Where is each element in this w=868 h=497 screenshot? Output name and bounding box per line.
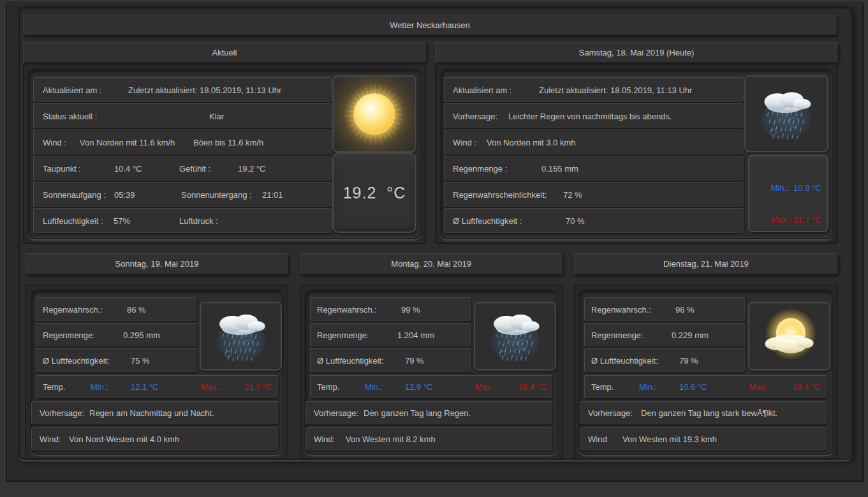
field-value: 99 % xyxy=(401,304,420,314)
panel-header-label: Sonntag, 19. Mai 2019 xyxy=(115,259,199,269)
field-value: 1.204 mm xyxy=(397,330,434,339)
today-weather-iconbox xyxy=(744,75,828,152)
rain-icon xyxy=(751,82,822,146)
field-wind: Wind : Von Norden mit 3.0 kmh xyxy=(444,130,744,154)
field-forecast: Vorhersage: Den ganzen Tag lang Regen. xyxy=(305,401,552,424)
max-label: Max.: xyxy=(475,382,496,392)
field-value: 86 % xyxy=(127,304,146,314)
field-label: Temp. xyxy=(317,382,339,392)
field-value: 10.4 °C xyxy=(114,163,142,173)
field-label: Luftfeuchtigkeit : xyxy=(43,216,103,225)
max-value: 16.4 °C xyxy=(793,382,821,392)
field-wind: Wind: Von Westen mit 8.2 kmh xyxy=(305,427,552,450)
field-value: Von Westen mit 8.2 kmh xyxy=(346,434,436,444)
field-value: Zuletzt aktualisiert: 18.05.2019, 11:13 … xyxy=(128,85,281,94)
field-humidity: Ø Luftfeuchtigkeit: 79 % xyxy=(584,348,745,372)
field-label: Vorhersage: xyxy=(588,408,633,418)
field-label: Regenmenge: xyxy=(43,330,95,339)
field-value: 79 % xyxy=(679,355,698,365)
weather-dashboard: Wetter Neckarhausen Aktuell Aktualisiert… xyxy=(0,0,868,497)
field-value: 0.295 mm xyxy=(123,330,160,339)
field-value: 75 % xyxy=(131,355,150,365)
field-label: Vorhersage: xyxy=(314,408,358,418)
panel-header-dienstag: Dienstag, 21. Mai 2019 xyxy=(574,253,838,274)
field-label: Wind: xyxy=(40,434,61,444)
field-value: 0.229 mm xyxy=(672,330,709,339)
max-label: Max.: xyxy=(749,382,770,392)
temperature-display: 19.2 °C xyxy=(332,152,416,233)
today-minmax-box: Min.: 10.8 °C Max.: 21.7 °C xyxy=(748,154,828,232)
current-temperature: 19.2 °C xyxy=(343,184,406,202)
field-label: Regenwahrscheinlichkeit: xyxy=(453,189,547,199)
app-title: Wetter Neckarhausen xyxy=(390,20,470,30)
max-label: Max.: xyxy=(201,382,221,392)
field-label: Regenwahrsch.: xyxy=(591,304,651,314)
field-wind: Wind : Von Norden mit 11.6 km/h Böen bis… xyxy=(33,130,332,154)
field-rain-prob: Regenwahrsch.: 99 % xyxy=(310,297,471,321)
field-label: Aktualisiert am : xyxy=(453,85,511,94)
field-updated: Aktualisiert am : Zuletzt aktualisiert: … xyxy=(444,77,744,102)
field-wind: Wind: Von Nord-Westen mit 4.0 kmh xyxy=(31,427,278,450)
field-value: 05:39 xyxy=(114,189,135,199)
field-rain-amount: Regenmenge: 0.295 mm xyxy=(36,323,196,346)
field-label: Wind: xyxy=(588,434,609,444)
field-value: 70 % xyxy=(566,216,585,225)
field-value: 21:01 xyxy=(262,189,283,199)
day-weather-iconbox xyxy=(474,302,556,371)
field-label: Ø Luftfeuchtigkeit: xyxy=(43,355,110,365)
field-label: Regenmenge : xyxy=(453,163,507,173)
rain-icon xyxy=(206,306,276,367)
min-label: Min.: xyxy=(365,382,383,392)
field-label: Taupunkt : xyxy=(43,163,81,173)
field-updated: Aktualisiert am : Zuletzt aktualisiert: … xyxy=(33,77,332,102)
field-dewpoint-feels: Taupunkt : 10.4 °C Gefühlt : 19.2 °C xyxy=(33,156,332,181)
panel-header-label: Montag, 20. Mai 2019 xyxy=(391,259,471,269)
field-label: Luftdruck : xyxy=(179,216,218,225)
panel-header-label: Samstag, 18. Mai 2019 (Heute) xyxy=(579,48,695,57)
field-label: Regenmenge: xyxy=(317,330,369,339)
day-weather-iconbox xyxy=(200,302,282,371)
field-value: 72 % xyxy=(563,189,582,199)
min-value: 10.8 °C xyxy=(793,183,821,193)
field-label: Regenmenge: xyxy=(591,330,644,339)
field-label: Wind: xyxy=(314,434,335,444)
panel-header-label: Dienstag, 21. Mai 2019 xyxy=(663,259,749,269)
field-value: Den ganzen Tag lang Regen. xyxy=(364,408,471,418)
rain-icon xyxy=(480,306,550,367)
field-status: Status aktuell : Klar xyxy=(33,103,332,128)
panel-header-label: Aktuell xyxy=(212,48,237,57)
field-label: Ø Luftfeuchtigkeit : xyxy=(453,216,522,225)
field-value: Den ganzen Tag lang stark bewÃ¶lkt. xyxy=(641,408,777,418)
field-value: 96 % xyxy=(675,304,695,314)
title-bar: Wetter Neckarhausen xyxy=(23,15,837,35)
field-rain-prob: Regenwahrsch.: 86 % xyxy=(36,297,196,321)
field-humidity-pressure: Luftfeuchtigkeit : 57% Luftdruck : xyxy=(33,208,332,233)
max-temp: Max.: 21.7 °C xyxy=(757,205,821,234)
field-value: 79 % xyxy=(405,355,424,365)
field-label: Regenwahrsch.: xyxy=(317,304,377,314)
day-weather-iconbox xyxy=(748,302,830,371)
field-humidity: Ø Luftfeuchtigkeit: 75 % xyxy=(36,348,196,372)
field-label: Vorhersage: xyxy=(453,111,497,121)
panel-header-sonntag: Sonntag, 19. Mai 2019 xyxy=(26,253,288,274)
field-label: Aktualisiert am : xyxy=(43,85,101,94)
field-label: Temp. xyxy=(43,382,65,392)
max-label: Max.: xyxy=(771,215,791,225)
min-value: 12.1 °C xyxy=(131,382,159,392)
field-value: Zuletzt aktualisiert: 18.05.2019, 11:13 … xyxy=(539,85,692,94)
panel-header-aktuell: Aktuell xyxy=(23,42,426,63)
min-label: Min.: xyxy=(639,382,657,392)
field-temp-range: Temp. Min.: 10.6 °C Max.: 16.4 °C xyxy=(584,375,827,398)
field-label: Wind : xyxy=(453,137,476,147)
field-value: Klar xyxy=(209,111,224,121)
field-label: Sonnenaufgang : xyxy=(43,189,106,199)
field-rain-amount: Regenmenge: 0.229 mm xyxy=(584,323,745,346)
panel-header-samstag: Samstag, 18. Mai 2019 (Heute) xyxy=(435,42,838,63)
field-value: Böen bis 11.6 km/h xyxy=(193,137,263,147)
field-value: Von Norden mit 3.0 kmh xyxy=(487,137,575,147)
partly-cloudy-icon xyxy=(754,306,825,367)
current-weather-iconbox xyxy=(332,75,416,152)
field-label: Sonnenuntergang : xyxy=(181,189,252,199)
field-value: 0.165 mm xyxy=(541,163,578,173)
field-forecast: Vorhersage: Leichter Regen von nachmitta… xyxy=(444,103,744,128)
